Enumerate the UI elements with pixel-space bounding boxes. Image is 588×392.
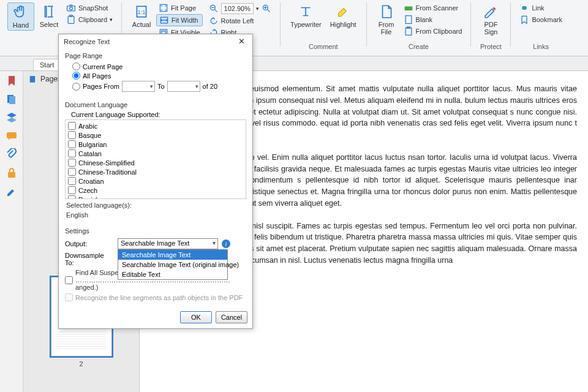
radio-pages-from-input[interactable] <box>72 83 80 91</box>
output-option[interactable]: Searchable Image Text <box>118 250 227 260</box>
language-checkbox[interactable] <box>68 140 76 148</box>
snapshot-button[interactable]: SnapShot <box>64 2 115 13</box>
language-item[interactable]: Bulgarian <box>67 140 244 149</box>
pages-to-input[interactable] <box>167 81 200 92</box>
select-label: Select <box>40 21 59 28</box>
language-checkbox[interactable] <box>68 177 76 185</box>
settings-fieldset: Settings Output: Searchable Image Text S… <box>59 224 252 307</box>
svg-rect-2 <box>68 16 74 23</box>
from-file-label: From File <box>379 21 394 36</box>
cancel-button[interactable]: Cancel <box>216 311 247 323</box>
comments-panel-icon[interactable] <box>6 130 18 142</box>
signatures-panel-icon[interactable] <box>6 185 18 197</box>
highlight-button[interactable]: Highlight <box>326 2 360 29</box>
svg-rect-14 <box>405 28 412 35</box>
actual-label: Actual <box>132 21 151 28</box>
svg-point-1 <box>70 7 73 10</box>
ribbon-group-create: From File From Scanner Blank From Clipbo… <box>369 2 469 56</box>
chevron-down-icon: ▾ <box>256 6 259 12</box>
group-label-protect: Protect <box>480 43 502 50</box>
rotate-left-label: Rotate Left <box>221 17 254 24</box>
svg-rect-18 <box>7 132 17 138</box>
bookmark-button[interactable]: Bookmark <box>517 14 565 25</box>
from-clipboard-button[interactable]: From Clipboard <box>401 26 465 37</box>
from-clipboard-label: From Clipboard <box>416 28 462 35</box>
pages-panel-icon[interactable] <box>6 93 18 105</box>
output-combo-box[interactable]: Searchable Image Text <box>118 238 218 249</box>
zoom-in-icon[interactable] <box>262 4 271 13</box>
radio-current-page-input[interactable] <box>72 62 80 70</box>
language-checkbox[interactable] <box>68 131 76 139</box>
language-checkbox[interactable] <box>68 168 76 176</box>
svg-rect-17 <box>9 96 15 104</box>
language-item[interactable]: Arabic <box>67 121 244 130</box>
from-scanner-button[interactable]: From Scanner <box>401 2 465 13</box>
find-suspects-checkbox[interactable] <box>65 276 73 284</box>
file-icon <box>379 4 394 20</box>
clipboard-label: Clipboard <box>78 16 107 23</box>
language-item[interactable]: Chinese-Simplified <box>67 158 244 167</box>
group-label-comment: Comment <box>309 43 338 50</box>
ribbon-group-comment: Typewriter Highlight Comment <box>283 2 364 56</box>
select-tool-button[interactable]: Select <box>36 2 62 29</box>
language-checkbox[interactable] <box>68 186 76 194</box>
language-item[interactable]: Basque <box>67 130 244 140</box>
doc-language-legend: Document Language <box>65 101 246 108</box>
language-item[interactable]: Croatian <box>67 176 244 186</box>
pdf-sign-button[interactable]: PDF Sign <box>477 2 504 37</box>
snapshot-label: SnapShot <box>78 4 108 12</box>
info-icon[interactable]: i <box>222 239 230 248</box>
zoom-out-button[interactable]: 102.90% ▾ <box>206 2 274 15</box>
output-option[interactable]: Editable Text <box>118 270 227 279</box>
output-combo[interactable]: Searchable Image Text Searchable Image T… <box>118 238 218 249</box>
language-checkbox[interactable] <box>68 149 76 157</box>
fit-page-button[interactable]: Fit Page <box>156 2 202 13</box>
language-item[interactable]: Czech <box>67 186 244 195</box>
pages-from-input[interactable] <box>122 81 155 92</box>
bookmarks-panel-icon[interactable] <box>6 75 18 87</box>
hand-icon <box>13 4 29 20</box>
rotate-left-button[interactable]: Rotate Left <box>206 15 274 26</box>
radio-all-pages[interactable]: All Pages <box>65 71 246 80</box>
language-checkbox[interactable] <box>68 122 76 130</box>
close-button[interactable]: ✕ <box>236 37 247 46</box>
from-file-button[interactable]: From File <box>373 2 400 37</box>
language-list[interactable]: ArabicBasqueBulgarianCatalanChinese-Simp… <box>65 119 246 199</box>
dialog-button-row: OK Cancel <box>59 307 252 328</box>
selected-languages-value: English <box>66 211 245 219</box>
clipboard-button[interactable]: Clipboard ▾ <box>64 14 115 25</box>
layers-panel-icon[interactable] <box>6 111 18 124</box>
radio-pages-from[interactable]: Pages From To of 20 <box>65 80 246 92</box>
highlight-icon <box>335 4 351 20</box>
fit-width-button[interactable]: Fit Width <box>156 14 202 26</box>
zoom-value[interactable]: 102.90% <box>221 3 254 14</box>
actual-size-button[interactable]: 1:1 Actual <box>128 2 155 29</box>
pages-icon <box>28 75 37 83</box>
output-option[interactable]: Searchable Image Text (original image) <box>118 260 227 270</box>
link-icon <box>519 3 529 13</box>
fit-width-label: Fit Width <box>172 17 198 24</box>
ribbon-group-protect: PDF Sign Protect <box>473 2 508 56</box>
radio-all-pages-input[interactable] <box>72 72 80 80</box>
blank-label: Blank <box>416 16 433 23</box>
fit-page-icon <box>159 3 168 13</box>
typewriter-label: Typewriter <box>290 21 322 28</box>
radio-current-page[interactable]: Current Page <box>65 62 246 71</box>
dialog-title: Recognize Text <box>64 38 110 45</box>
blank-button[interactable]: Blank <box>401 14 465 25</box>
security-panel-icon[interactable] <box>6 167 18 179</box>
from-scanner-label: From Scanner <box>416 4 459 12</box>
language-item[interactable]: Danish <box>67 195 244 199</box>
hand-label: Hand <box>13 21 29 29</box>
language-item[interactable]: Chinese-Traditional <box>67 167 244 176</box>
chevron-down-icon: ▾ <box>110 17 113 23</box>
fit-width-icon <box>159 15 169 25</box>
language-item[interactable]: Catalan <box>67 149 244 158</box>
link-button[interactable]: Link <box>517 2 565 13</box>
typewriter-button[interactable]: Typewriter <box>287 2 325 29</box>
attachments-panel-icon[interactable] <box>6 148 18 160</box>
hand-tool-button[interactable]: Hand <box>7 2 34 31</box>
language-checkbox[interactable] <box>68 159 76 167</box>
highlight-label: Highlight <box>330 21 356 28</box>
ok-button[interactable]: OK <box>180 311 212 323</box>
